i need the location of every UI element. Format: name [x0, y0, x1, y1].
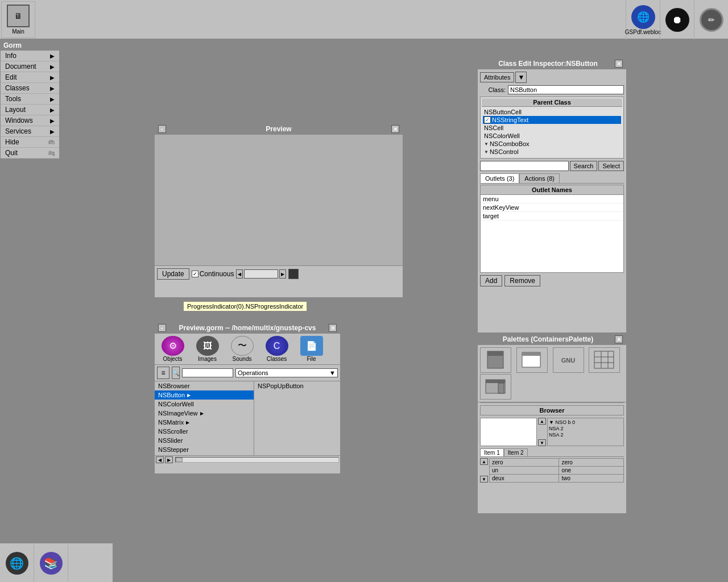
scroll-right-btn[interactable]: ▶ [165, 456, 173, 463]
bottom-books-icon[interactable]: 📚 [34, 543, 68, 582]
media-icon[interactable]: ⏺ [660, 0, 694, 40]
slider-left-btn[interactable]: ◀ [236, 269, 243, 278]
sounds-tab-icon[interactable]: 〜 Sounds [226, 336, 258, 362]
menu-item-tools[interactable]: Tools ▶ [1, 94, 59, 105]
parent-class-item-0[interactable]: NSButtonCell [483, 108, 621, 116]
palette-icon-3[interactable] [589, 347, 620, 373]
gorm-menu-title: Gorm [1, 40, 59, 51]
add-button[interactable]: Add [480, 275, 502, 286]
update-button[interactable]: Update [157, 268, 189, 280]
parent-class-item-4[interactable]: ▼ NSComboBox [483, 140, 621, 148]
list-item-nscolorwell[interactable]: NSColorWell [155, 400, 254, 409]
list-item-nsslider[interactable]: NSSlider [155, 436, 254, 445]
outlets-tab[interactable]: Outlets (3) [480, 173, 519, 183]
outlet-item-menu[interactable]: menu [481, 195, 623, 203]
item-tab-1[interactable]: Item 1 [480, 448, 504, 456]
gorm-objects-close-btn[interactable]: ✕ [329, 324, 337, 332]
item-tab-2[interactable]: Item 2 [504, 448, 528, 456]
list-item-nsmatrix-label: NSMatrix [158, 419, 184, 426]
parent-class-checkbox-1: ✓ [484, 117, 491, 123]
gorm-grip[interactable]: ▪ [158, 324, 166, 332]
search-toggle-btn[interactable]: 🔍 [172, 367, 180, 379]
table-up-btn[interactable]: ▲ [480, 458, 488, 465]
parent-class-item-3[interactable]: NSColorWell [483, 132, 621, 140]
menu-item-document-label: Document [5, 63, 36, 70]
palette-icon-2[interactable]: GNU [553, 347, 584, 373]
operations-dropdown[interactable]: Operations ▼ [235, 368, 338, 377]
list-item-nsmatrix[interactable]: NSMatrix ▶ [155, 418, 254, 427]
bottom-network-icon[interactable]: 🌐 [0, 543, 34, 582]
parent-class-item-2[interactable]: NSCell [483, 124, 621, 132]
parent-class-section: Parent Class NSButtonCell ✓ NSStringText… [480, 97, 624, 159]
actions-tab[interactable]: Actions (8) [519, 173, 560, 183]
attributes-tab-btn[interactable]: Attributes [480, 72, 514, 82]
table-row-1[interactable]: un one [490, 467, 624, 475]
outlet-item-target[interactable]: target [481, 212, 623, 221]
table-row-2[interactable]: deux two [490, 475, 624, 483]
menu-item-layout-arrow: ▶ [50, 107, 55, 113]
menu-item-info-arrow: ▶ [50, 53, 55, 59]
palette-icon-4[interactable] [480, 374, 511, 400]
menu-item-windows-label: Windows [5, 117, 33, 124]
table-down-btn[interactable]: ▼ [480, 476, 488, 483]
browser-up-btn[interactable]: ▲ [538, 418, 546, 425]
objects-tab-icon[interactable]: ⚙ Objects [157, 336, 188, 362]
menu-item-document[interactable]: Document ▶ [1, 61, 59, 72]
browser-section: Browser ▲ ▼ ▼ NSO b 0 NSA 2 NSA 2 Item 1… [478, 403, 626, 485]
main-taskbar-icon[interactable]: 🖥 Main [1, 1, 35, 38]
preview-close-btn[interactable]: ✕ [391, 125, 399, 133]
menu-item-services[interactable]: Services ▶ [1, 126, 59, 137]
continuous-checkbox[interactable]: ✓ [192, 271, 198, 277]
menu-item-classes[interactable]: Classes ▶ [1, 83, 59, 94]
file-tab-icon[interactable]: 📄 File [296, 336, 327, 362]
palette-icon-1[interactable] [516, 347, 548, 373]
table-cell-1-1: one [559, 467, 624, 475]
palette-icon-0[interactable] [480, 347, 511, 373]
table-cell-2-0: deux [490, 475, 559, 483]
list-item-nsscroller[interactable]: NSScroller [155, 427, 254, 436]
table-row-0[interactable]: zero zero [490, 459, 624, 467]
browser-down-btn[interactable]: ▼ [538, 439, 546, 446]
web-icon[interactable]: 🌐 GSPdf.webloc [626, 0, 660, 40]
search-input[interactable] [480, 161, 569, 171]
ops-search-input[interactable] [182, 368, 233, 377]
menu-item-layout[interactable]: Layout ▶ [1, 105, 59, 115]
preview-grip[interactable]: ▪ [158, 125, 166, 133]
svg-rect-3 [522, 352, 540, 356]
parent-class-item-1[interactable]: ✓ NSStringText [483, 116, 621, 124]
list-item-nsbrowser[interactable]: NSBrowser [155, 381, 254, 390]
scroll-left-btn[interactable]: ◀ [156, 456, 164, 463]
images-tab-icon[interactable]: 🖼 Images [192, 336, 223, 362]
list-item-nsstepper[interactable]: NSStepper [155, 445, 254, 454]
list-item-nspopupbutton[interactable]: NSPopUpButton [254, 381, 340, 390]
menu-item-quit-shortcut: #q [48, 150, 55, 156]
settings-icon-area[interactable]: ✏ [694, 0, 728, 40]
media-icon-img: ⏺ [665, 8, 689, 32]
outlet-item-nextKeyView[interactable]: nextKeyView [481, 203, 623, 212]
progress-tooltip: ProgressIndicator(0).NSProgressIndicator [183, 301, 307, 311]
menu-item-edit[interactable]: Edit ▶ [1, 72, 59, 83]
parent-class-label-4: NSComboBox [490, 140, 530, 147]
progress-slider[interactable] [244, 269, 278, 278]
list-item-nsimageview[interactable]: NSImageView ▶ [155, 409, 254, 418]
classes-tab-icon[interactable]: C Classes [261, 336, 292, 362]
menu-item-hide[interactable]: Hide #h [1, 137, 59, 148]
list-view-button[interactable]: ≡ [157, 367, 169, 379]
web-globe-icon: 🌐 [631, 5, 655, 29]
scroll-track[interactable] [175, 457, 339, 463]
menu-item-info[interactable]: Info ▶ [1, 51, 59, 61]
palettes-close-btn[interactable]: ✕ [615, 335, 623, 343]
menu-item-quit[interactable]: Quit #q [1, 148, 59, 159]
search-button[interactable]: Search [570, 161, 598, 171]
remove-button[interactable]: Remove [504, 275, 540, 286]
inspector-menu-btn[interactable]: ▼ [515, 72, 527, 83]
list-item-nsbutton[interactable]: NSButton ▶ [155, 390, 254, 400]
slider-right-btn[interactable]: ▶ [279, 269, 286, 278]
class-field-input[interactable] [508, 85, 624, 94]
inspector-close-btn[interactable]: ✕ [615, 60, 623, 68]
menu-item-windows[interactable]: Windows ▶ [1, 115, 59, 126]
parent-class-item-5[interactable]: ▼ NSControl [483, 148, 621, 156]
scroll-thumb[interactable] [176, 458, 183, 462]
select-button[interactable]: Select [598, 161, 624, 171]
parent-class-list: NSButtonCell ✓ NSStringText NSCell NSCol… [482, 107, 622, 157]
